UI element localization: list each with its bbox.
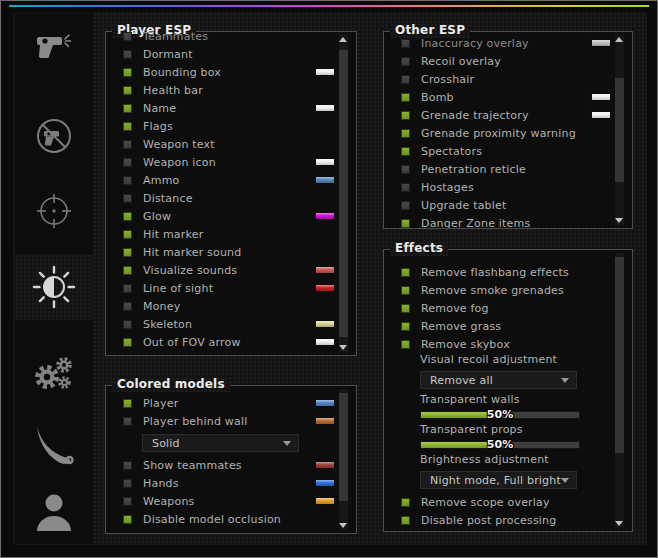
checkbox[interactable] <box>401 268 410 277</box>
checkbox[interactable] <box>123 266 132 275</box>
checkbox[interactable] <box>401 498 410 507</box>
checkbox-label: Remove grass <box>421 320 501 333</box>
color-swatch[interactable] <box>591 111 611 119</box>
dropdown[interactable]: Remove all <box>420 371 577 389</box>
checkbox-label: Money <box>143 300 180 313</box>
checkbox-row: Bomb <box>385 88 631 106</box>
sidebar-tab-profile[interactable] <box>15 480 93 546</box>
checkbox[interactable] <box>123 302 132 311</box>
checkbox-row: Danger Zone items <box>385 214 631 228</box>
color-swatch[interactable] <box>315 461 335 469</box>
checkbox[interactable] <box>123 479 132 488</box>
checkbox[interactable] <box>123 68 132 77</box>
checkbox[interactable] <box>123 497 132 506</box>
checkbox[interactable] <box>401 183 410 192</box>
checkbox-row: Player behind wall <box>107 412 355 430</box>
sidebar-tab-skins[interactable] <box>15 410 93 476</box>
sidebar-tab-settings[interactable] <box>15 340 93 406</box>
field-label: Transparent walls <box>420 393 631 407</box>
checkbox[interactable] <box>123 515 132 524</box>
checkbox[interactable] <box>401 129 410 138</box>
scrollbar-thumb[interactable] <box>615 257 624 453</box>
checkbox-label: Player behind wall <box>143 415 247 428</box>
sidebar-tab-aimbot[interactable] <box>15 13 93 79</box>
checkbox[interactable] <box>401 111 410 120</box>
checkbox[interactable] <box>123 140 132 149</box>
checkbox[interactable] <box>123 158 132 167</box>
dropdown[interactable]: Night mode, Full bright <box>420 471 577 489</box>
checkbox-label: Distance <box>143 192 193 205</box>
checkbox[interactable] <box>401 219 410 228</box>
checkbox[interactable] <box>123 284 132 293</box>
color-swatch[interactable] <box>315 176 335 184</box>
color-swatch[interactable] <box>315 68 335 76</box>
slider[interactable]: 50% <box>420 411 580 419</box>
color-swatch[interactable] <box>315 479 335 487</box>
checkbox[interactable] <box>401 39 410 48</box>
color-swatch[interactable] <box>315 158 335 166</box>
scrollbar-thumb[interactable] <box>615 78 624 182</box>
scroll-up-icon[interactable] <box>615 37 623 42</box>
checkbox[interactable] <box>123 417 132 426</box>
checkbox[interactable] <box>401 516 410 525</box>
color-swatch[interactable] <box>315 417 335 425</box>
checkbox[interactable] <box>123 104 132 113</box>
color-swatch[interactable] <box>315 338 335 346</box>
checkbox-row: Weapons <box>107 492 355 510</box>
scroll-down-icon[interactable] <box>615 218 623 223</box>
color-swatch[interactable] <box>315 497 335 505</box>
sidebar-tab-triggerbot[interactable] <box>15 103 93 169</box>
checkbox[interactable] <box>123 230 132 239</box>
scroll-down-icon[interactable] <box>339 523 347 528</box>
checkbox[interactable] <box>401 201 410 210</box>
effects-list: Remove flashbang effectsRemove smoke gre… <box>385 250 631 531</box>
checkbox[interactable] <box>401 340 410 349</box>
checkbox[interactable] <box>123 176 132 185</box>
sidebar-tab-recoil-crosshair[interactable] <box>15 178 93 244</box>
checkbox[interactable] <box>401 322 410 331</box>
checkbox[interactable] <box>123 86 132 95</box>
field-label: Transparent props <box>420 423 631 437</box>
scrollbar <box>615 253 624 528</box>
color-swatch[interactable] <box>315 399 335 407</box>
color-swatch[interactable] <box>315 266 335 274</box>
scroll-up-icon[interactable] <box>339 37 347 42</box>
scroll-down-icon[interactable] <box>339 345 347 350</box>
checkbox[interactable] <box>123 212 132 221</box>
checkbox[interactable] <box>401 75 410 84</box>
checkbox[interactable] <box>401 57 410 66</box>
color-swatch[interactable] <box>315 284 335 292</box>
checkbox-row: Player <box>107 394 355 412</box>
checkbox[interactable] <box>123 320 132 329</box>
checkbox-row: Line of sight <box>107 279 355 297</box>
checkbox[interactable] <box>401 165 410 174</box>
checkbox[interactable] <box>123 194 132 203</box>
color-swatch[interactable] <box>591 39 611 47</box>
checkbox[interactable] <box>123 399 132 408</box>
checkbox[interactable] <box>401 93 410 102</box>
checkbox[interactable] <box>123 461 132 470</box>
checkbox[interactable] <box>123 338 132 347</box>
checkbox-row: Remove skybox <box>385 335 631 353</box>
checkbox-row: Remove fog <box>385 299 631 317</box>
scrollbar-thumb[interactable] <box>339 50 348 337</box>
checkbox[interactable] <box>401 147 410 156</box>
checkbox[interactable] <box>123 248 132 257</box>
slider[interactable]: 50% <box>420 441 580 449</box>
checkbox[interactable] <box>123 122 132 131</box>
color-swatch[interactable] <box>591 93 611 101</box>
scroll-down-icon[interactable] <box>615 521 623 526</box>
scrollbar-thumb[interactable] <box>339 393 348 501</box>
checkbox-row: Skeleton <box>107 315 355 333</box>
checkbox[interactable] <box>401 286 410 295</box>
checkbox[interactable] <box>401 304 410 313</box>
dropdown[interactable]: Solid <box>142 434 299 452</box>
color-swatch[interactable] <box>315 104 335 112</box>
checkbox[interactable] <box>123 32 132 41</box>
checkbox[interactable] <box>123 50 132 59</box>
checkbox-row: Glow <box>107 207 355 225</box>
color-swatch[interactable] <box>315 320 335 328</box>
sidebar-tab-visuals[interactable] <box>15 254 93 320</box>
color-swatch[interactable] <box>315 212 335 220</box>
checkbox-row: Upgrade tablet <box>385 196 631 214</box>
